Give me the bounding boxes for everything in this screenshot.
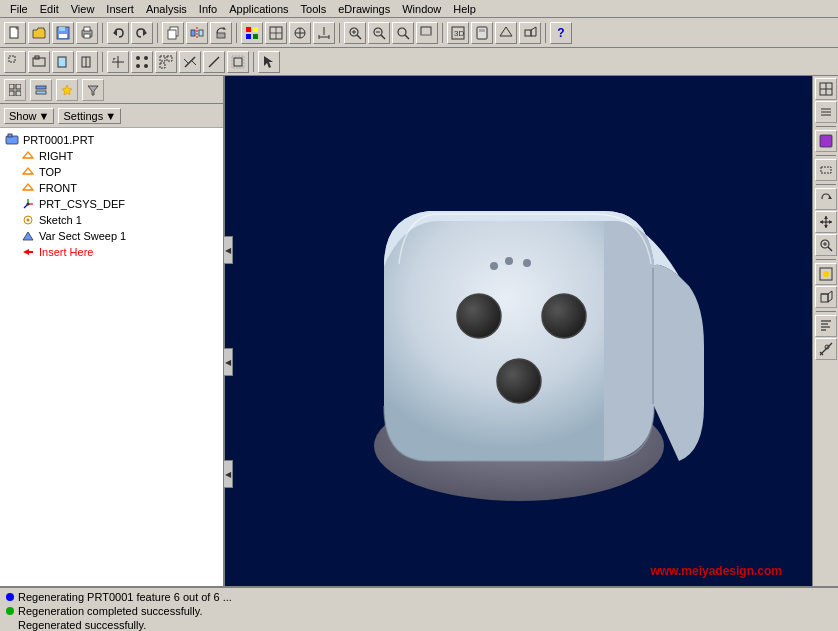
new-button[interactable]: [4, 22, 26, 44]
panel-grid-btn[interactable]: [4, 79, 26, 101]
constraints-button[interactable]: [289, 22, 311, 44]
rt-sep-5: [816, 311, 836, 312]
anno-btn[interactable]: [815, 315, 837, 337]
mirror2-btn[interactable]: [107, 51, 129, 73]
datum-btn[interactable]: [815, 159, 837, 181]
svg-marker-120: [820, 220, 823, 224]
component-btn[interactable]: [28, 51, 50, 73]
tree-item-sweep[interactable]: Var Sect Sweep 1: [0, 228, 223, 244]
sep3: [236, 23, 237, 43]
toolbar2: [0, 48, 838, 76]
tree-item-sweep-label: Var Sect Sweep 1: [39, 230, 126, 242]
meas-btn[interactable]: [815, 338, 837, 360]
grid-button[interactable]: [241, 22, 263, 44]
sep5: [442, 23, 443, 43]
zoom-out-tb[interactable]: [368, 22, 390, 44]
copy-button[interactable]: [162, 22, 184, 44]
selection-btn[interactable]: [4, 51, 26, 73]
array-btn[interactable]: [131, 51, 153, 73]
settings-dropdown[interactable]: Settings ▼: [58, 108, 121, 124]
redo-button[interactable]: [131, 22, 153, 44]
spin-model-btn[interactable]: [815, 188, 837, 210]
menu-edit[interactable]: Edit: [34, 1, 65, 17]
svg-point-60: [136, 64, 140, 68]
panel-filter-btn[interactable]: [82, 79, 104, 101]
svg-rect-40: [421, 27, 431, 35]
select-btn[interactable]: [52, 51, 74, 73]
menu-insert[interactable]: Insert: [100, 1, 140, 17]
perspective-btn[interactable]: [519, 22, 541, 44]
appear-btn[interactable]: [815, 130, 837, 152]
trim-btn[interactable]: [179, 51, 201, 73]
pattern-btn[interactable]: [155, 51, 177, 73]
menubar: File Edit View Insert Analysis Info Appl…: [0, 0, 838, 18]
orient-btn[interactable]: [815, 78, 837, 100]
plane-icon-front: [20, 181, 36, 195]
menu-tools[interactable]: Tools: [295, 1, 333, 17]
tree-item-csys-label: PRT_CSYS_DEF: [39, 198, 125, 210]
svg-rect-75: [16, 91, 21, 96]
offset-btn[interactable]: [227, 51, 249, 73]
svg-marker-57: [113, 58, 116, 61]
tree-item-top[interactable]: TOP: [0, 164, 223, 180]
svg-rect-69: [234, 58, 242, 66]
arrow-select[interactable]: [258, 51, 280, 73]
svg-line-67: [192, 61, 196, 65]
view-named[interactable]: 3D: [447, 22, 469, 44]
zoom-btn[interactable]: [815, 234, 837, 256]
svg-point-91: [27, 203, 30, 206]
menu-window[interactable]: Window: [396, 1, 447, 17]
mirror-button[interactable]: [186, 22, 208, 44]
svg-rect-4: [59, 34, 67, 38]
help-btn[interactable]: ?: [550, 22, 572, 44]
tree-item-csys[interactable]: PRT_CSYS_DEF: [0, 196, 223, 212]
sketch-button[interactable]: [265, 22, 287, 44]
menu-applications[interactable]: Applications: [223, 1, 294, 17]
collapse-down-btn[interactable]: ◀: [223, 460, 233, 488]
menu-file[interactable]: File: [4, 1, 34, 17]
tree-root[interactable]: PRT0001.PRT: [0, 132, 223, 148]
zoom-in-tb[interactable]: [344, 22, 366, 44]
display-mode[interactable]: [471, 22, 493, 44]
render-btn[interactable]: [815, 263, 837, 285]
svg-point-59: [144, 56, 148, 60]
panel-toolbar: [0, 76, 223, 104]
tree-item-insert[interactable]: Insert Here: [0, 244, 223, 260]
csys-icon: [20, 197, 36, 211]
left-panel: Show ▼ Settings ▼ PRT0001.PRT R: [0, 76, 225, 586]
menu-analysis[interactable]: Analysis: [140, 1, 193, 17]
undo-button[interactable]: [107, 22, 129, 44]
tree-item-right[interactable]: RIGHT: [0, 148, 223, 164]
panel-layer-btn[interactable]: [30, 79, 52, 101]
tree-item-sketch[interactable]: Sketch 1: [0, 212, 223, 228]
sketch-icon: [20, 213, 36, 227]
prev-view-btn[interactable]: [416, 22, 438, 44]
wireframe-btn[interactable]: [495, 22, 517, 44]
tree-item-insert-label: Insert Here: [39, 246, 93, 258]
view3d-btn[interactable]: [815, 286, 837, 308]
rt-sep-4: [816, 259, 836, 260]
select2-btn[interactable]: [76, 51, 98, 73]
panel-star-btn[interactable]: [56, 79, 78, 101]
pan-btn[interactable]: [815, 211, 837, 233]
menu-info[interactable]: Info: [193, 1, 223, 17]
rotate-button[interactable]: [210, 22, 232, 44]
sep-t2-2: [253, 52, 254, 72]
viewport[interactable]: www.meiyadesign.com: [225, 76, 812, 586]
tree-item-front[interactable]: FRONT: [0, 180, 223, 196]
save-button[interactable]: [52, 22, 74, 44]
svg-point-105: [523, 259, 531, 267]
layers-btn[interactable]: [815, 101, 837, 123]
print-button[interactable]: [76, 22, 98, 44]
zoom-fit-tb[interactable]: [392, 22, 414, 44]
line-btn[interactable]: [203, 51, 225, 73]
menu-edrawings[interactable]: eDrawings: [332, 1, 396, 17]
show-dropdown[interactable]: Show ▼: [4, 108, 54, 124]
svg-rect-45: [479, 29, 485, 32]
dims-button[interactable]: [313, 22, 335, 44]
menu-view[interactable]: View: [65, 1, 101, 17]
menu-help[interactable]: Help: [447, 1, 482, 17]
collapse-mid-btn[interactable]: ◀: [223, 348, 233, 376]
open-button[interactable]: [28, 22, 50, 44]
collapse-up-btn[interactable]: ◀: [223, 236, 233, 264]
